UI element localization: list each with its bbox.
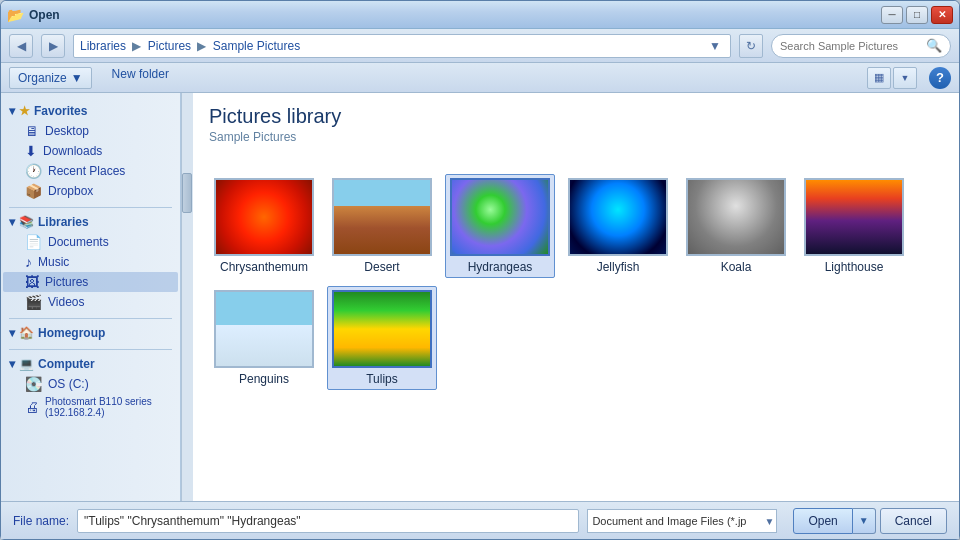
thumbnails-grid: Chrysanthemum Desert Hydrangeas — [209, 174, 943, 390]
window-controls: ─ □ ✕ — [881, 6, 953, 24]
new-folder-button[interactable]: New folder — [104, 67, 177, 89]
organize-button[interactable]: Organize ▼ — [9, 67, 92, 89]
sidebar-item-os-c[interactable]: 💽 OS (C:) — [3, 374, 178, 394]
sidebar-item-recent-label: Recent Places — [48, 164, 125, 178]
favorites-section: ▾ ★ Favorites 🖥 Desktop ⬇ Downloads 🕐 — [1, 101, 180, 201]
sidebar-wrapper: ▾ ★ Favorites 🖥 Desktop ⬇ Downloads 🕐 — [1, 93, 193, 501]
path-pictures[interactable]: Pictures — [148, 39, 191, 53]
computer-arrow-icon: ▾ — [9, 357, 15, 371]
address-toolbar: ◀ ▶ Libraries ▶ Pictures ▶ Sample Pictur… — [1, 29, 959, 63]
open-button[interactable]: Open — [793, 508, 852, 534]
computer-icon: 💻 — [19, 357, 34, 371]
libraries-arrow-icon: ▾ — [9, 215, 15, 229]
computer-header[interactable]: ▾ 💻 Computer — [1, 354, 180, 374]
view-dropdown-button[interactable]: ▼ — [893, 67, 917, 89]
sidebar-item-documents-label: Documents — [48, 235, 109, 249]
thumbnail-desert[interactable]: Desert — [327, 174, 437, 278]
sidebar-item-downloads[interactable]: ⬇ Downloads — [3, 141, 178, 161]
thumbnail-lighthouse-frame — [804, 178, 904, 256]
search-box: 🔍 — [771, 34, 951, 58]
recent-icon: 🕐 — [25, 163, 42, 179]
sidebar-divider-3 — [9, 349, 172, 350]
chrysanthemum-image — [216, 180, 312, 254]
printer-icon: 🖨 — [25, 399, 39, 415]
open-dropdown-button[interactable]: ▼ — [853, 508, 876, 534]
main-content: ▾ ★ Favorites 🖥 Desktop ⬇ Downloads 🕐 — [1, 93, 959, 501]
thumbnail-jellyfish-frame — [568, 178, 668, 256]
dropbox-icon: 📦 — [25, 183, 42, 199]
favorites-label: Favorites — [34, 104, 87, 118]
thumbnail-hydrangeas-label: Hydrangeas — [468, 260, 533, 274]
address-dropdown-icon[interactable]: ▼ — [706, 39, 724, 53]
desert-image — [334, 180, 430, 254]
lighthouse-image — [806, 180, 902, 254]
koala-image — [688, 180, 784, 254]
thumbnail-penguins[interactable]: Penguins — [209, 286, 319, 390]
favorites-star-icon: ★ — [19, 104, 30, 118]
sidebar: ▾ ★ Favorites 🖥 Desktop ⬇ Downloads 🕐 — [1, 93, 181, 501]
homegroup-header[interactable]: ▾ 🏠 Homegroup — [1, 323, 180, 343]
open-group: Open ▼ — [793, 508, 875, 534]
close-button[interactable]: ✕ — [931, 6, 953, 24]
sidebar-item-pictures[interactable]: 🖼 Pictures — [3, 272, 178, 292]
libraries-section: ▾ 📚 Libraries 📄 Documents ♪ Music 🖼 — [1, 212, 180, 312]
address-path: Libraries ▶ Pictures ▶ Sample Pictures — [80, 39, 706, 53]
file-area: Pictures library Sample Pictures Arrange… — [193, 93, 959, 501]
thumbnail-chrysanthemum[interactable]: Chrysanthemum — [209, 174, 319, 278]
forward-button[interactable]: ▶ — [41, 34, 65, 58]
thumbnail-hydrangeas[interactable]: Hydrangeas — [445, 174, 555, 278]
favorites-header[interactable]: ▾ ★ Favorites — [1, 101, 180, 121]
cancel-button[interactable]: Cancel — [880, 508, 947, 534]
sidebar-item-os-c-label: OS (C:) — [48, 377, 89, 391]
sidebar-item-printer[interactable]: 🖨 Photosmart B110 series (192.168.2.4) — [3, 394, 178, 420]
address-bar[interactable]: Libraries ▶ Pictures ▶ Sample Pictures ▼ — [73, 34, 731, 58]
sidebar-item-pictures-label: Pictures — [45, 275, 88, 289]
filetype-select[interactable]: Document and Image Files (*.jp — [587, 509, 777, 533]
sidebar-scrollbar[interactable] — [181, 93, 193, 501]
homegroup-arrow-icon: ▾ — [9, 326, 15, 340]
sidebar-item-dropbox[interactable]: 📦 Dropbox — [3, 181, 178, 201]
path-libraries[interactable]: Libraries — [80, 39, 126, 53]
filename-input[interactable] — [77, 509, 579, 533]
sidebar-item-desktop[interactable]: 🖥 Desktop — [3, 121, 178, 141]
sidebar-item-documents[interactable]: 📄 Documents — [3, 232, 178, 252]
organize-arrow-icon: ▼ — [71, 71, 83, 85]
thumbnail-lighthouse[interactable]: Lighthouse — [799, 174, 909, 278]
thumbnail-jellyfish[interactable]: Jellyfish — [563, 174, 673, 278]
view-buttons: ▦ ▼ — [867, 67, 917, 89]
bottom-bar: File name: Document and Image Files (*.j… — [1, 501, 959, 539]
path-sample-pictures[interactable]: Sample Pictures — [213, 39, 300, 53]
drive-icon: 💽 — [25, 376, 42, 392]
videos-icon: 🎬 — [25, 294, 42, 310]
sidebar-item-music[interactable]: ♪ Music — [3, 252, 178, 272]
favorites-arrow-icon: ▾ — [9, 104, 15, 118]
sidebar-scroll-thumb[interactable] — [182, 173, 192, 213]
homegroup-icon: 🏠 — [19, 326, 34, 340]
sidebar-item-videos[interactable]: 🎬 Videos — [3, 292, 178, 312]
library-subtitle: Sample Pictures — [209, 130, 341, 144]
sidebar-item-videos-label: Videos — [48, 295, 84, 309]
thumbnail-tulips[interactable]: Tulips — [327, 286, 437, 390]
hydrangeas-image — [452, 180, 548, 254]
thumbnail-hydrangeas-frame — [450, 178, 550, 256]
view-icon-button[interactable]: ▦ — [867, 67, 891, 89]
back-button[interactable]: ◀ — [9, 34, 33, 58]
thumbnail-koala[interactable]: Koala — [681, 174, 791, 278]
sidebar-item-recent[interactable]: 🕐 Recent Places — [3, 161, 178, 181]
thumbnail-chrysanthemum-frame — [214, 178, 314, 256]
downloads-icon: ⬇ — [25, 143, 37, 159]
sidebar-item-printer-label: Photosmart B110 series (192.168.2.4) — [45, 396, 170, 418]
filetype-wrapper: Document and Image Files (*.jp ▼ — [587, 509, 777, 533]
libraries-header[interactable]: ▾ 📚 Libraries — [1, 212, 180, 232]
libraries-label: Libraries — [38, 215, 89, 229]
maximize-button[interactable]: □ — [906, 6, 928, 24]
music-icon: ♪ — [25, 254, 32, 270]
minimize-button[interactable]: ─ — [881, 6, 903, 24]
search-input[interactable] — [780, 40, 926, 52]
refresh-button[interactable]: ↻ — [739, 34, 763, 58]
sidebar-divider-1 — [9, 207, 172, 208]
sidebar-item-desktop-label: Desktop — [45, 124, 89, 138]
sidebar-item-music-label: Music — [38, 255, 69, 269]
thumbnail-desert-frame — [332, 178, 432, 256]
help-button[interactable]: ? — [929, 67, 951, 89]
